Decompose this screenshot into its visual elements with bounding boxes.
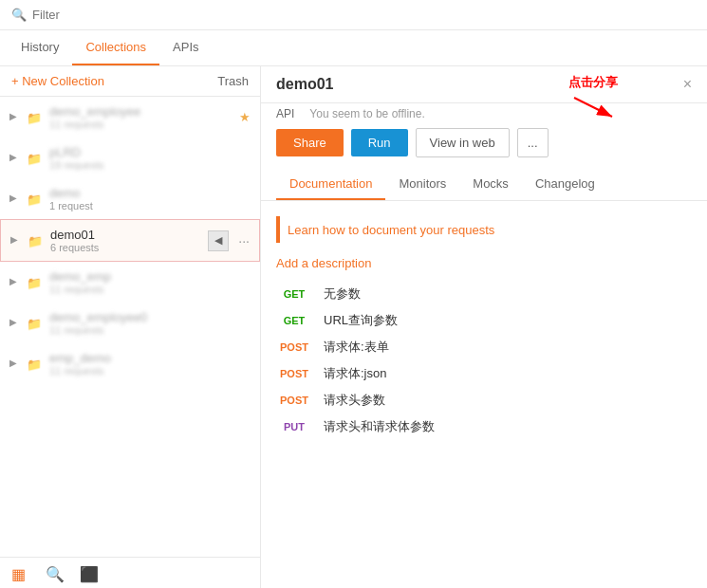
item-sub: 11 requests bbox=[49, 365, 251, 377]
run-button[interactable]: Run bbox=[351, 129, 408, 156]
list-item[interactable]: ▶ 📁 demo 1 request bbox=[0, 178, 260, 219]
left-toolbar: + New Collection Trash bbox=[0, 66, 260, 97]
table-row[interactable]: POST 请求头参数 bbox=[276, 392, 692, 409]
item-info: demo 1 request bbox=[49, 186, 251, 211]
item-sub: 11 requests bbox=[49, 284, 251, 295]
caret-icon: ▶ bbox=[9, 317, 23, 330]
request-name: URL查询参数 bbox=[324, 312, 398, 329]
tab-mocks[interactable]: Mocks bbox=[459, 169, 522, 200]
right-header: demo01 点击分享 × bbox=[261, 66, 707, 103]
action-buttons: Share Run View in web ... bbox=[261, 128, 707, 169]
monitor-icon[interactable]: ⬛ bbox=[80, 565, 99, 580]
api-label: API bbox=[276, 107, 294, 120]
list-item[interactable]: ▶ 📁 demo_emp 11 requests bbox=[0, 262, 260, 303]
method-badge-post: POST bbox=[276, 393, 312, 408]
annotation-text: 点击分享 bbox=[568, 74, 618, 91]
api-status-bar: API You seem to be offline. bbox=[261, 103, 707, 128]
learn-icon bbox=[276, 216, 280, 243]
method-badge-put: PUT bbox=[276, 419, 312, 434]
folder-icon: 📁 bbox=[27, 358, 44, 371]
star-icon: ★ bbox=[239, 110, 251, 124]
item-sub: 11 requests bbox=[49, 119, 235, 130]
request-name: 请求头和请求体参数 bbox=[324, 418, 435, 435]
request-name: 请求体:json bbox=[324, 365, 386, 382]
caret-icon: ▶ bbox=[9, 276, 23, 289]
tab-bar: History Collections APIs bbox=[0, 30, 707, 66]
list-item[interactable]: ▶ 📁 demo_employee 11 requests ★ bbox=[0, 97, 260, 138]
right-panel: demo01 点击分享 × API You seem to be offline… bbox=[261, 66, 707, 588]
item-sub: 1 request bbox=[49, 200, 251, 211]
collection-list: ▶ 📁 demo_employee 11 requests ★ ▶ 📁 pLRD… bbox=[0, 97, 260, 557]
method-badge-get: GET bbox=[276, 286, 312, 302]
expand-panel-button[interactable]: ◀ bbox=[208, 230, 229, 251]
tab-changelog[interactable]: Changelog bbox=[522, 169, 608, 200]
table-row[interactable]: PUT 请求头和请求体参数 bbox=[276, 418, 692, 435]
view-in-web-button[interactable]: View in web bbox=[416, 128, 510, 157]
item-name: demo bbox=[49, 186, 251, 200]
tab-documentation[interactable]: Documentation bbox=[276, 169, 385, 200]
doc-tabs: Documentation Monitors Mocks Changelog bbox=[261, 169, 707, 201]
new-collection-button[interactable]: + New Collection bbox=[11, 74, 104, 88]
list-item-demo01[interactable]: ▶ 📁 demo01 6 requests ◀ ··· bbox=[0, 219, 260, 262]
doc-content: Learn how to document your requests Add … bbox=[261, 201, 707, 588]
item-name: demo_employee0 bbox=[49, 310, 251, 324]
learn-text: Learn how to document your requests bbox=[288, 223, 494, 237]
caret-icon: ▶ bbox=[9, 358, 23, 371]
method-badge-post: POST bbox=[276, 366, 312, 381]
close-button[interactable]: × bbox=[683, 76, 692, 93]
item-info: emp_demo 11 requests bbox=[49, 351, 251, 377]
item-sub: 11 requests bbox=[49, 324, 251, 336]
panel-title: demo01 bbox=[276, 76, 333, 93]
bottom-toolbar: ▦ 🔍 ⬛ bbox=[0, 557, 260, 588]
tab-collections[interactable]: Collections bbox=[72, 30, 159, 65]
search-bottom-icon[interactable]: 🔍 bbox=[46, 565, 65, 580]
more-options-icon[interactable]: ··· bbox=[238, 233, 250, 248]
folder-icon: 📁 bbox=[27, 317, 44, 330]
request-list: GET 无参数 GET URL查询参数 POST 请求体:表单 POST 请求体… bbox=[276, 285, 692, 435]
request-name: 无参数 bbox=[324, 285, 361, 303]
tab-history[interactable]: History bbox=[8, 30, 72, 65]
folder-icon: 📁 bbox=[27, 152, 44, 165]
item-info: pLRD 19 requests bbox=[49, 145, 251, 171]
item-name: demo_emp bbox=[49, 269, 251, 284]
folder-icon: 📁 bbox=[28, 234, 45, 248]
caret-icon: ▶ bbox=[9, 111, 23, 124]
search-bar: 🔍 bbox=[0, 0, 707, 30]
filter-input[interactable] bbox=[32, 8, 222, 22]
table-row[interactable]: POST 请求体:表单 bbox=[276, 339, 692, 356]
main-layout: + New Collection Trash ▶ 📁 demo_employee… bbox=[0, 66, 707, 588]
table-row[interactable]: GET URL查询参数 bbox=[276, 312, 692, 329]
more-button[interactable]: ... bbox=[517, 128, 549, 157]
item-info: demo_employee0 11 requests bbox=[49, 310, 251, 336]
caret-icon: ▶ bbox=[9, 193, 23, 206]
list-item[interactable]: ▶ 📁 demo_employee0 11 requests bbox=[0, 303, 260, 343]
list-item[interactable]: ▶ 📁 emp_demo 11 requests bbox=[0, 343, 260, 384]
grid-icon[interactable]: ▦ bbox=[11, 565, 30, 580]
tab-monitors[interactable]: Monitors bbox=[385, 169, 459, 200]
item-name: pLRD bbox=[49, 145, 251, 159]
item-info: demo_emp 11 requests bbox=[49, 269, 251, 295]
list-item[interactable]: ▶ 📁 pLRD 19 requests bbox=[0, 138, 260, 178]
tab-apis[interactable]: APIs bbox=[159, 30, 212, 65]
left-panel: + New Collection Trash ▶ 📁 demo_employee… bbox=[0, 66, 261, 588]
folder-icon: 📁 bbox=[27, 276, 44, 289]
folder-icon: 📁 bbox=[27, 111, 44, 124]
method-badge-post: POST bbox=[276, 340, 312, 355]
learn-banner[interactable]: Learn how to document your requests bbox=[276, 216, 692, 243]
item-sub: 19 requests bbox=[49, 159, 251, 171]
folder-icon: 📁 bbox=[27, 193, 44, 206]
request-name: 请求头参数 bbox=[324, 392, 385, 409]
caret-icon: ▶ bbox=[10, 234, 24, 248]
caret-icon: ▶ bbox=[9, 152, 23, 165]
table-row[interactable]: POST 请求体:json bbox=[276, 365, 692, 382]
trash-button[interactable]: Trash bbox=[217, 74, 249, 88]
table-row[interactable]: GET 无参数 bbox=[276, 285, 692, 303]
item-info: demo_employee 11 requests bbox=[49, 104, 235, 130]
request-name: 请求体:表单 bbox=[324, 339, 389, 356]
item-name: emp_demo bbox=[49, 351, 251, 365]
search-icon: 🔍 bbox=[11, 8, 27, 22]
offline-status: You seem to be offline. bbox=[309, 107, 424, 120]
item-name: demo_employee bbox=[49, 104, 235, 119]
share-button[interactable]: Share bbox=[276, 129, 344, 156]
add-description[interactable]: Add a description bbox=[276, 256, 692, 270]
